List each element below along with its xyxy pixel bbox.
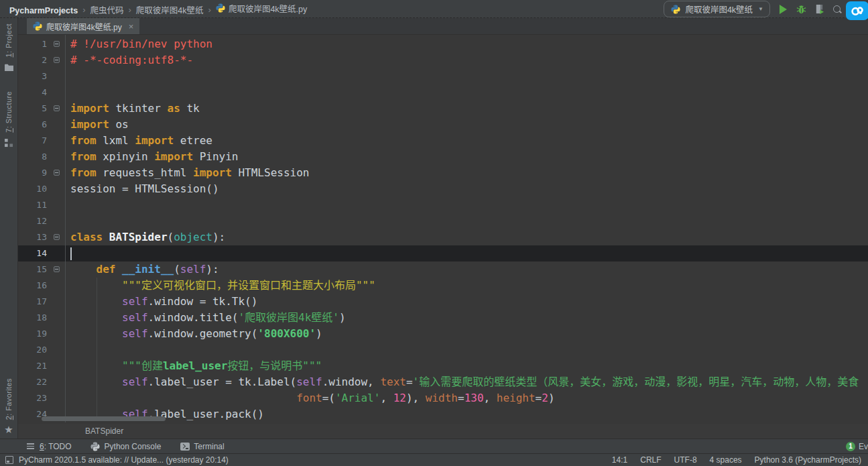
code-line-14[interactable]: 14: [18, 245, 868, 261]
code-line-16[interactable]: 16 """定义可视化窗口，并设置窗口和主题大小布局""": [18, 278, 868, 294]
toolwindow-button--todo[interactable]: 6: TODO: [25, 441, 72, 451]
debug-button[interactable]: [796, 4, 806, 15]
event-log-button[interactable]: 1Ev: [846, 442, 868, 451]
fold-marker-icon[interactable]: [54, 234, 60, 240]
run-toolbar: 爬取彼岸图4k壁纸 ▼: [664, 0, 865, 18]
line-number: 20: [18, 342, 50, 358]
code-line-18[interactable]: 18 self.window.title('爬取彼岸图4k壁纸'): [18, 310, 868, 326]
python-file-icon: [216, 3, 225, 13]
breadcrumb-item[interactable]: 爬虫代码: [90, 5, 123, 15]
toolwindow-button-terminal[interactable]: Terminal: [180, 441, 224, 451]
status-line-separator[interactable]: CRLF: [640, 455, 661, 465]
toolwindow-button-label: Python Console: [105, 442, 162, 451]
fold-column: [50, 229, 65, 245]
code-token: requests_html: [97, 166, 194, 179]
code-token: import: [135, 134, 174, 147]
fold-column: [50, 278, 65, 294]
editor-breadcrumb[interactable]: BATSpider: [18, 424, 868, 439]
code-text: from xpinyin import Pinyin: [65, 149, 238, 165]
status-widgets: 14:1CRLFUTF-84 spacesPython 3.6 (Pycharm…: [612, 455, 861, 465]
fold-marker-icon[interactable]: [54, 266, 60, 272]
code-line-10[interactable]: 10session = HTMLSession(): [18, 181, 868, 197]
code-editor[interactable]: 1# !/usr/bin/nev python2# -*-coding:utf8…: [18, 35, 868, 424]
code-line-22[interactable]: 22 self.label_user = tk.Label(self.windo…: [18, 374, 868, 390]
fold-column: [50, 149, 65, 165]
code-token: self: [122, 311, 148, 324]
line-number: 7: [18, 133, 50, 149]
run-configuration-select[interactable]: 爬取彼岸图4k壁纸 ▼: [664, 1, 770, 17]
status-caret-position[interactable]: 14:1: [612, 455, 627, 465]
breadcrumb-item[interactable]: PycharmProjects: [9, 5, 78, 15]
tab-active-file[interactable]: 爬取彼岸图4k壁纸.py ×: [27, 18, 139, 34]
code-text: [65, 84, 70, 101]
sidebar-item-project[interactable]: 1: Project: [3, 23, 14, 72]
code-token: 按钮，与说明书""": [227, 359, 322, 372]
toolwindow-button-python-console[interactable]: Python Console: [90, 441, 162, 451]
code-line-6[interactable]: 6import os: [18, 117, 868, 133]
code-line-7[interactable]: 7from lxml import etree: [18, 133, 868, 149]
gutter: 3: [18, 68, 65, 84]
code-line-20[interactable]: 20: [18, 342, 868, 358]
line-number: 12: [18, 213, 50, 229]
line-number: 22: [18, 374, 50, 390]
coverage-button[interactable]: [814, 4, 824, 15]
code-line-21[interactable]: 21 """创建label_user按钮，与说明书""": [18, 358, 868, 374]
run-button[interactable]: [778, 4, 788, 15]
code-line-11[interactable]: 11: [18, 197, 868, 213]
fold-marker-icon[interactable]: [54, 41, 60, 47]
code-line-15[interactable]: 15 def __init__(self):: [18, 261, 868, 278]
fold-column: [50, 326, 65, 342]
fold-marker-icon[interactable]: [54, 105, 60, 111]
chevron-down-icon: ▼: [758, 6, 763, 12]
code-token: =: [406, 375, 413, 388]
code-line-17[interactable]: 17 self.window = tk.Tk(): [18, 294, 868, 310]
code-token: def: [97, 263, 116, 276]
code-text: font=('Arial', 12), width=130, height=2): [65, 390, 555, 406]
line-number: 9: [18, 165, 50, 181]
code-token: self: [122, 295, 148, 308]
gutter: 19: [18, 326, 65, 342]
fold-marker-icon[interactable]: [54, 170, 60, 176]
status-python-interpreter[interactable]: Python 3.6 (PycharmProjects): [755, 455, 861, 465]
code-token: object: [174, 231, 212, 243]
search-everywhere-button[interactable]: [832, 4, 843, 15]
code-line-23[interactable]: 23 font=('Arial', 12), width=130, height…: [18, 390, 868, 406]
status-message[interactable]: PyCharm 2020.1.5 available: // Update...…: [19, 455, 229, 465]
code-token: [115, 263, 122, 276]
toolwindow-button-label: Terminal: [194, 442, 224, 451]
code-token: =(: [322, 392, 335, 404]
code-line-13[interactable]: 13class BATSpider(object):: [18, 229, 868, 245]
code-line-5[interactable]: 5import tkinter as tk: [18, 101, 868, 117]
code-line-9[interactable]: 9from requests_html import HTMLSession: [18, 165, 868, 181]
python-file-icon: [33, 21, 42, 31]
line-number: 15: [18, 261, 50, 278]
code-line-4[interactable]: 4: [18, 84, 868, 101]
line-number: 17: [18, 294, 50, 310]
code-line-19[interactable]: 19 self.window.geometry('800X600'): [18, 326, 868, 342]
status-indent-style[interactable]: 4 spaces: [710, 455, 742, 465]
code-line-8[interactable]: 8from xpinyin import Pinyin: [18, 149, 868, 165]
line-number: 19: [18, 326, 50, 342]
code-token: __init__: [122, 263, 174, 276]
code-line-12[interactable]: 12: [18, 213, 868, 229]
horizontal-scrollbar[interactable]: [42, 416, 166, 421]
breadcrumb-item[interactable]: 爬取彼岸图4k壁纸: [136, 5, 204, 15]
code-token: BATSpider: [109, 231, 168, 243]
gutter: 2: [18, 52, 65, 68]
status-file-encoding[interactable]: UTF-8: [674, 455, 697, 465]
code-text: import tkinter as tk: [65, 101, 200, 117]
code-token: ,: [484, 392, 497, 404]
sidebar-item-structure[interactable]: 7: Structure: [3, 91, 14, 148]
code-line-3[interactable]: 3: [18, 68, 868, 84]
sidebar-item-favorites[interactable]: 2: Favorites ★: [4, 378, 13, 434]
code-text: session = HTMLSession(): [65, 181, 219, 197]
code-token: import: [154, 150, 193, 163]
close-icon[interactable]: ×: [129, 21, 134, 32]
fold-marker-icon[interactable]: [54, 57, 60, 63]
code-line-2[interactable]: 2# -*-coding:utf8-*-: [18, 52, 868, 68]
code-line-1[interactable]: 1# !/usr/bin/nev python: [18, 36, 868, 52]
code-token: import: [193, 166, 232, 179]
toolwindow-toggle-icon[interactable]: [5, 456, 13, 464]
breadcrumb-item[interactable]: 爬取彼岸图4k壁纸.py: [216, 2, 307, 15]
netdisk-overlay-icon[interactable]: [846, 1, 868, 20]
